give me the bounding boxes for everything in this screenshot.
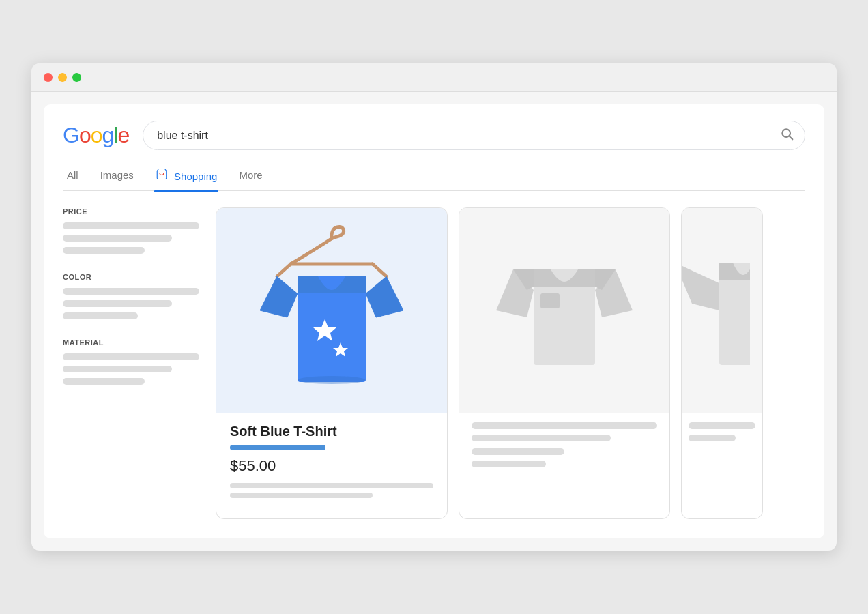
tab-shopping[interactable]: Shopping <box>154 161 219 190</box>
product-info-secondary <box>459 413 669 482</box>
close-button[interactable] <box>44 73 53 82</box>
filter-bar <box>63 247 145 254</box>
svg-point-0 <box>782 129 790 137</box>
product-card-tertiary[interactable] <box>681 207 763 519</box>
title-bar <box>31 63 837 92</box>
products-grid: Soft Blue T-Shirt $55.00 <box>216 207 805 519</box>
search-bar: blue t-shirt <box>143 121 805 150</box>
product-name: Soft Blue T-Shirt <box>230 424 433 439</box>
filter-color-title: COLOR <box>63 273 199 281</box>
filter-bar <box>63 312 138 319</box>
product-card-featured[interactable]: Soft Blue T-Shirt $55.00 <box>216 207 448 519</box>
product-detail-bar <box>230 493 373 498</box>
content-area: Google blue t-shirt All Images <box>44 104 824 538</box>
tab-images[interactable]: Images <box>99 162 135 189</box>
main-layout: PRICE COLOR MATERIAL <box>63 207 805 519</box>
product-price: $55.00 <box>230 457 433 475</box>
tert-bar <box>689 422 755 429</box>
filter-bar <box>63 353 199 360</box>
sec-bar <box>472 448 564 455</box>
sidebar: PRICE COLOR MATERIAL <box>63 207 199 519</box>
product-info-featured: Soft Blue T-Shirt $55.00 <box>216 413 447 508</box>
sec-bar <box>472 435 611 441</box>
sec-bar <box>472 460 546 467</box>
product-rating-bar <box>230 445 326 450</box>
maximize-button[interactable] <box>72 73 81 82</box>
filter-bar <box>63 300 172 307</box>
shopping-bag-icon <box>156 168 168 180</box>
browser-window: Google blue t-shirt All Images <box>31 63 837 551</box>
product-detail-bar <box>230 483 433 488</box>
search-input[interactable]: blue t-shirt <box>157 130 780 142</box>
filter-price-title: PRICE <box>63 207 199 216</box>
sec-bar <box>472 422 657 429</box>
google-logo: Google <box>63 123 129 148</box>
product-info-tertiary <box>682 413 762 456</box>
tab-more[interactable]: More <box>237 162 263 189</box>
filter-price: PRICE <box>63 207 199 254</box>
filter-bar <box>63 288 199 295</box>
product-image-tertiary <box>682 208 762 413</box>
header: Google blue t-shirt <box>63 121 805 150</box>
filter-color: COLOR <box>63 273 199 319</box>
product-card-secondary[interactable] <box>459 207 670 519</box>
search-icon[interactable] <box>780 127 794 144</box>
tab-all[interactable]: All <box>66 162 80 189</box>
filter-bar <box>63 222 199 229</box>
product-image-secondary <box>459 208 669 413</box>
filter-bar <box>63 235 172 242</box>
svg-point-4 <box>298 376 366 384</box>
product-image-featured <box>216 208 447 413</box>
filter-material: MATERIAL <box>63 338 199 385</box>
tert-bar <box>689 435 736 441</box>
svg-rect-6 <box>540 293 560 308</box>
nav-tabs: All Images Shopping More <box>63 161 805 191</box>
filter-bar <box>63 378 145 385</box>
filter-material-title: MATERIAL <box>63 338 199 347</box>
svg-line-1 <box>790 136 792 139</box>
filter-bar <box>63 366 172 372</box>
minimize-button[interactable] <box>58 73 67 82</box>
